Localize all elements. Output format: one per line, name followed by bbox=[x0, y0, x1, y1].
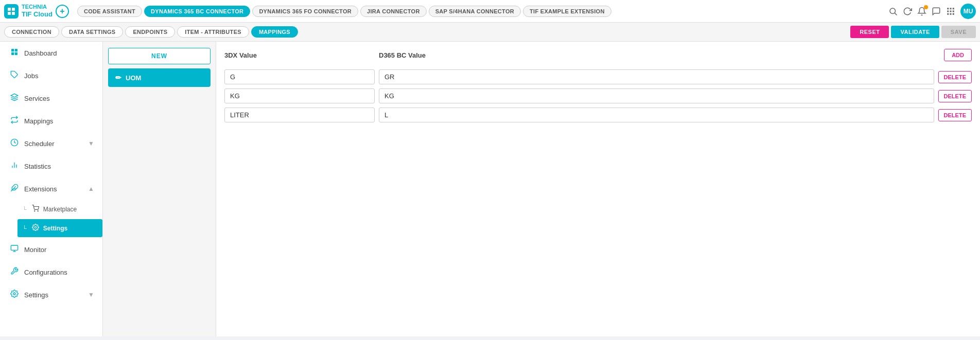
extensions-children: └ Marketplace └ Settings bbox=[0, 200, 102, 238]
validate-button[interactable]: VALIDATE bbox=[891, 26, 939, 38]
input-d365-0[interactable] bbox=[379, 69, 934, 84]
sub-tab-mappings[interactable]: MAPPINGS bbox=[251, 26, 298, 38]
sub-tab-endpoints[interactable]: ENDPOINTS bbox=[125, 26, 175, 38]
action-buttons: RESET VALIDATE SAVE bbox=[850, 26, 976, 38]
svg-rect-1 bbox=[12, 8, 15, 11]
logo-icon bbox=[4, 4, 19, 19]
sidebar-label-statistics: Statistics bbox=[24, 163, 51, 170]
top-nav-tab-1[interactable]: DYNAMICS 365 BC CONNECTOR bbox=[144, 6, 250, 17]
sidebar-item-extensions[interactable]: Extensions ▲ bbox=[0, 177, 102, 200]
delete-row-0-button[interactable]: DELETE bbox=[938, 71, 972, 83]
sub-nav: CONNECTION DATA SETTINGS ENDPOINTS ITEM … bbox=[0, 23, 980, 42]
logo-brand: TECHNIA bbox=[22, 4, 52, 10]
scheduler-chevron: ▼ bbox=[88, 140, 94, 147]
logo-product: TIF Cloud bbox=[22, 10, 52, 19]
chat-icon bbox=[932, 7, 941, 16]
save-button[interactable]: SAVE bbox=[941, 26, 976, 38]
top-nav-tab-0[interactable]: CODE ASSISTANT bbox=[77, 6, 142, 17]
extensions-chevron: ▲ bbox=[88, 185, 94, 192]
top-nav-tab-3[interactable]: JIRA CONNECTOR bbox=[360, 6, 427, 17]
configurations-icon bbox=[10, 267, 19, 277]
sub-tab-data-settings[interactable]: DATA SETTINGS bbox=[61, 26, 123, 38]
svg-rect-10 bbox=[950, 10, 952, 12]
input-3dx-2[interactable] bbox=[224, 108, 375, 122]
settings-chevron: ▼ bbox=[88, 291, 94, 298]
sidebar-label-scheduler: Scheduler bbox=[24, 140, 55, 148]
sidebar: Dashboard Jobs Services Mappings Schedul… bbox=[0, 42, 103, 336]
sub-tab-connection[interactable]: CONNECTION bbox=[4, 26, 59, 38]
input-3dx-0[interactable] bbox=[224, 69, 375, 84]
add-row-button[interactable]: ADD bbox=[944, 49, 972, 61]
delete-row-1-button[interactable]: DELETE bbox=[938, 90, 972, 102]
jobs-icon bbox=[10, 70, 19, 81]
apps-button[interactable] bbox=[946, 7, 955, 16]
sidebar-item-scheduler[interactable]: Scheduler ▼ bbox=[0, 132, 102, 155]
sidebar-item-mappings[interactable]: Mappings bbox=[0, 110, 102, 132]
sidebar-item-ext-settings[interactable]: └ Settings bbox=[18, 219, 102, 237]
sidebar-item-marketplace[interactable]: └ Marketplace bbox=[23, 200, 102, 218]
table-row: DELETE bbox=[224, 88, 972, 103]
add-workspace-button[interactable]: + bbox=[56, 5, 69, 18]
svg-point-32 bbox=[13, 293, 15, 295]
svg-rect-2 bbox=[8, 12, 11, 15]
svg-rect-16 bbox=[15, 49, 18, 51]
new-mapping-button[interactable]: NEW bbox=[108, 48, 211, 64]
apps-icon bbox=[946, 7, 955, 16]
services-icon bbox=[10, 93, 19, 103]
monitor-icon bbox=[10, 244, 19, 255]
search-button[interactable] bbox=[888, 7, 898, 16]
svg-rect-8 bbox=[953, 8, 954, 9]
svg-rect-12 bbox=[947, 13, 949, 14]
ext-settings-icon bbox=[32, 224, 39, 232]
svg-rect-6 bbox=[947, 8, 949, 9]
top-nav-tab-4[interactable]: SAP S/4HANA CONNECTOR bbox=[429, 6, 521, 17]
input-d365-1[interactable] bbox=[379, 88, 934, 103]
right-panel: 3DX Value D365 BC Value ADD DELETE DELET… bbox=[216, 42, 980, 336]
top-nav-tab-2[interactable]: DYNAMICS 365 FO CONNECTOR bbox=[252, 6, 358, 17]
sub-tab-item-attributes[interactable]: ITEM - ATTRIBUTES bbox=[177, 26, 249, 38]
sidebar-item-settings[interactable]: Settings ▼ bbox=[0, 283, 102, 306]
refresh-button[interactable] bbox=[903, 7, 912, 16]
sidebar-label-dashboard: Dashboard bbox=[24, 49, 57, 57]
svg-rect-14 bbox=[953, 13, 954, 14]
input-3dx-1[interactable] bbox=[224, 88, 375, 103]
delete-row-2-button[interactable]: DELETE bbox=[938, 109, 972, 121]
logo-text: TECHNIA TIF Cloud bbox=[22, 4, 52, 19]
sidebar-item-dashboard[interactable]: Dashboard bbox=[0, 42, 102, 64]
sidebar-item-configurations[interactable]: Configurations bbox=[0, 261, 102, 283]
svg-line-5 bbox=[895, 13, 897, 15]
svg-rect-13 bbox=[950, 13, 952, 14]
content-pane: NEW ✏ UOM 3DX Value D365 BC Value ADD DE… bbox=[103, 42, 980, 336]
refresh-icon bbox=[903, 7, 912, 16]
mapping-item-label-uom: UOM bbox=[126, 74, 141, 82]
sidebar-item-statistics[interactable]: Statistics bbox=[0, 155, 102, 177]
main-layout: Dashboard Jobs Services Mappings Schedul… bbox=[0, 42, 980, 336]
col-header-d365: D365 BC Value bbox=[379, 51, 931, 59]
sidebar-label-extensions: Extensions bbox=[24, 185, 57, 193]
pencil-icon: ✏ bbox=[115, 74, 121, 82]
input-d365-2[interactable] bbox=[379, 108, 934, 122]
svg-point-4 bbox=[890, 8, 896, 14]
search-icon bbox=[888, 7, 898, 16]
svg-rect-17 bbox=[11, 52, 14, 55]
chat-button[interactable] bbox=[932, 7, 941, 16]
sidebar-item-jobs[interactable]: Jobs bbox=[0, 64, 102, 87]
col-header-3dx: 3DX Value bbox=[224, 51, 379, 59]
svg-rect-18 bbox=[15, 52, 18, 55]
top-nav-tab-5[interactable]: TIF EXAMPLE EXTENSION bbox=[523, 6, 611, 17]
avatar[interactable]: MU bbox=[960, 4, 976, 19]
sidebar-label-services: Services bbox=[24, 95, 50, 102]
sidebar-label-mappings: Mappings bbox=[24, 117, 53, 125]
marketplace-icon bbox=[32, 205, 39, 213]
extensions-icon bbox=[10, 184, 19, 194]
sidebar-item-services[interactable]: Services bbox=[0, 87, 102, 110]
sidebar-item-monitor[interactable]: Monitor bbox=[0, 238, 102, 261]
sidebar-label-configurations: Configurations bbox=[24, 269, 67, 276]
statistics-icon bbox=[10, 161, 19, 171]
settings-icon bbox=[10, 290, 19, 300]
mapping-item-uom[interactable]: ✏ UOM bbox=[108, 68, 211, 87]
tree-line: └ bbox=[23, 206, 27, 212]
notifications-button[interactable] bbox=[917, 7, 926, 16]
reset-button[interactable]: RESET bbox=[850, 26, 889, 38]
svg-rect-7 bbox=[950, 8, 952, 9]
